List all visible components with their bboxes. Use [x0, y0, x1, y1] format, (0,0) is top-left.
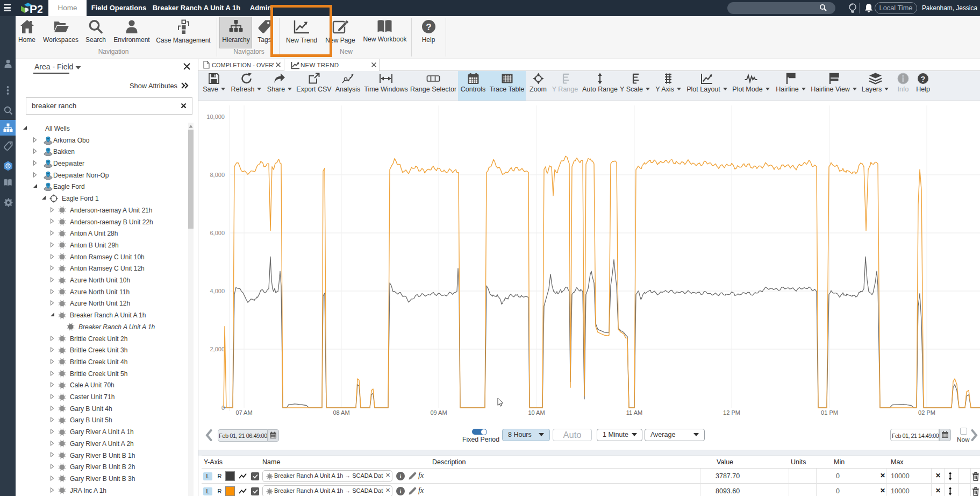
svg-text:02 PM: 02 PM	[918, 409, 935, 416]
svg-text:?: ?	[426, 22, 431, 32]
svg-text:08 AM: 08 AM	[333, 409, 349, 416]
svg-text:01 PM: 01 PM	[821, 409, 838, 416]
svg-text:P2: P2	[30, 3, 42, 15]
svg-text:2,000: 2,000	[210, 346, 225, 352]
svg-text:11 AM: 11 AM	[626, 409, 642, 416]
svg-text:10 AM: 10 AM	[528, 409, 545, 416]
svg-text:?: ?	[921, 75, 926, 83]
svg-text:10,000: 10,000	[206, 114, 225, 120]
svg-text:6,000: 6,000	[210, 230, 225, 236]
svg-text:09 AM: 09 AM	[430, 409, 447, 416]
svg-text:8,000: 8,000	[210, 172, 225, 178]
svg-text:4,000: 4,000	[210, 288, 225, 294]
svg-text:07 AM: 07 AM	[235, 409, 252, 416]
svg-text:12 PM: 12 PM	[723, 409, 740, 416]
